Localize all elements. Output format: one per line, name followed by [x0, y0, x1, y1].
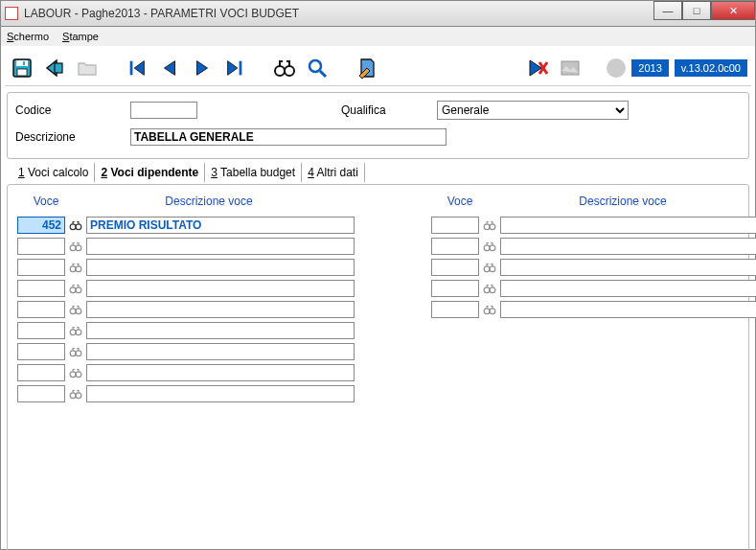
svg-point-14: [70, 223, 76, 229]
svg-point-38: [484, 286, 490, 292]
binoculars-icon[interactable]: [483, 240, 496, 253]
delete-record-button[interactable]: [524, 55, 551, 81]
voce-input[interactable]: [17, 238, 65, 255]
voce-input[interactable]: [431, 280, 479, 297]
prev-record-button[interactable]: [156, 55, 183, 81]
desc-input[interactable]: [500, 217, 756, 234]
tab-voci-calcolo[interactable]: 1 Voci calcolo: [12, 163, 95, 182]
save-button[interactable]: [9, 55, 35, 81]
desc-input[interactable]: [500, 301, 756, 318]
tabs: 1 Voci calcolo 2 Voci dipendente 3 Tabel…: [5, 163, 751, 182]
voce-input[interactable]: [17, 364, 65, 381]
grid-area: Voce Descrizione voce Voce Descrizione v…: [7, 184, 749, 550]
table-row: [17, 321, 355, 339]
voce-input[interactable]: [431, 301, 479, 318]
svg-point-29: [76, 371, 81, 377]
binoculars-icon[interactable]: [483, 218, 496, 232]
svg-rect-4: [55, 63, 62, 73]
qualifica-select[interactable]: Generale: [437, 101, 629, 120]
binoculars-icon[interactable]: [69, 345, 82, 358]
version-badge: v.13.02.0c00: [675, 59, 747, 77]
voce-input[interactable]: [17, 322, 65, 339]
desc-input[interactable]: [86, 343, 355, 360]
header-form: Codice Qualifica Generale Descrizione: [7, 92, 749, 159]
svg-point-39: [490, 286, 495, 292]
menu-stampe[interactable]: Stampe: [62, 31, 99, 42]
folder-button[interactable]: [74, 55, 101, 81]
voce-input[interactable]: [17, 301, 65, 318]
voce-input[interactable]: [17, 385, 65, 402]
table-row: [17, 342, 355, 360]
desc-input[interactable]: [500, 259, 756, 276]
svg-point-17: [76, 244, 81, 250]
tab-tabella-budget[interactable]: 3 Tabella budget: [205, 163, 302, 182]
col-header-desc: Descrizione voce: [75, 195, 343, 208]
minimize-button[interactable]: —: [653, 1, 682, 20]
svg-rect-6: [240, 60, 242, 75]
voce-input[interactable]: [17, 280, 65, 297]
table-row: [431, 237, 756, 255]
maximize-button[interactable]: □: [682, 1, 711, 20]
voce-input[interactable]: [17, 217, 65, 234]
desc-input[interactable]: [86, 280, 355, 297]
svg-point-33: [490, 223, 495, 229]
back-button[interactable]: [41, 55, 68, 81]
app-icon: [5, 7, 18, 20]
desc-input[interactable]: [86, 364, 355, 381]
codice-label: Codice: [15, 103, 130, 117]
svg-point-8: [285, 66, 294, 76]
voce-input[interactable]: [17, 259, 65, 276]
binoculars-icon[interactable]: [69, 366, 82, 379]
desc-input[interactable]: [86, 217, 355, 234]
col-header-voce: Voce: [431, 195, 489, 208]
binoculars-icon[interactable]: [69, 387, 82, 401]
close-button[interactable]: ✕: [711, 1, 755, 20]
tab-voci-dipendente[interactable]: 2 Voci dipendente: [95, 163, 205, 182]
binoculars-icon[interactable]: [69, 218, 82, 232]
svg-point-15: [76, 223, 81, 229]
descrizione-input[interactable]: [130, 128, 447, 146]
desc-input[interactable]: [500, 280, 756, 297]
binoculars-icon[interactable]: [69, 303, 82, 316]
svg-rect-3: [23, 61, 25, 65]
svg-point-28: [70, 371, 76, 377]
binoculars-icon[interactable]: [483, 282, 496, 295]
svg-point-22: [70, 308, 76, 313]
svg-point-26: [70, 350, 76, 355]
binoculars-icon[interactable]: [69, 261, 82, 274]
codice-input[interactable]: [130, 102, 197, 119]
desc-input[interactable]: [500, 238, 756, 255]
binoculars-icon[interactable]: [69, 240, 82, 253]
svg-point-20: [70, 286, 76, 292]
binoculars-icon[interactable]: [483, 303, 496, 316]
qualifica-label: Qualifica: [341, 103, 437, 117]
voce-input[interactable]: [17, 343, 65, 360]
voce-input[interactable]: [431, 217, 479, 234]
desc-input[interactable]: [86, 301, 355, 318]
desc-input[interactable]: [86, 322, 355, 339]
search-binoculars-button[interactable]: [271, 55, 298, 81]
svg-rect-2: [17, 69, 27, 76]
last-record-button[interactable]: [221, 55, 248, 81]
window-title: LABOUR - Paghe2013 - PARAMETRI VOCI BUDG…: [24, 7, 299, 20]
binoculars-icon[interactable]: [69, 324, 82, 337]
menu-schermo[interactable]: Schermo: [7, 31, 49, 42]
edit-record-button[interactable]: [354, 55, 380, 81]
desc-input[interactable]: [86, 259, 355, 276]
tab-altri-dati[interactable]: 4 Altri dati: [302, 163, 365, 182]
col-header-desc: Descrizione voce: [489, 195, 756, 208]
first-record-button[interactable]: [124, 55, 150, 81]
voce-input[interactable]: [431, 238, 479, 255]
svg-point-9: [309, 60, 321, 72]
table-row: [17, 258, 355, 276]
zoom-button[interactable]: [304, 55, 331, 81]
picture-button[interactable]: [557, 55, 584, 81]
table-row: [431, 300, 756, 318]
binoculars-icon[interactable]: [483, 261, 496, 274]
voce-input[interactable]: [431, 259, 479, 276]
next-record-button[interactable]: [189, 55, 216, 81]
binoculars-icon[interactable]: [69, 282, 82, 295]
desc-input[interactable]: [86, 238, 355, 255]
toolbar: 2013 v.13.02.0c00: [5, 50, 751, 86]
desc-input[interactable]: [86, 385, 355, 402]
